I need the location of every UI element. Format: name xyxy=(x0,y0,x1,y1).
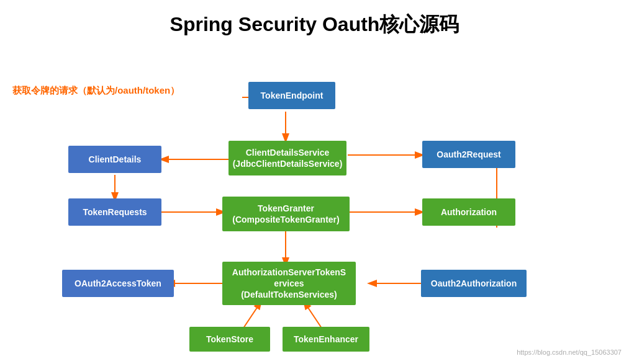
annotation-label: 获取令牌的请求（默认为/oauth/token） xyxy=(12,85,179,97)
token-requests-node: TokenRequests xyxy=(68,198,161,226)
token-enhancer-node: TokenEnhancer xyxy=(283,327,369,352)
svg-line-11 xyxy=(242,302,261,330)
client-details-node: ClientDetails xyxy=(68,146,161,173)
client-details-service-node: ClientDetailsService (JdbcClientDetailsS… xyxy=(229,141,346,175)
token-granter-node: TokenGranter (CompositeTokenGranter) xyxy=(222,197,350,231)
oauth2-authorization-node: Oauth2Authorization xyxy=(421,270,527,297)
watermark: https://blog.csdn.net/qq_15063307 xyxy=(517,348,622,356)
page-title: Spring Security Oauth核心源码 xyxy=(0,0,629,45)
token-store-node: TokenStore xyxy=(189,327,270,352)
authorization-node: Authorization xyxy=(422,198,515,226)
token-endpoint-node: TokenEndpoint xyxy=(248,82,335,109)
svg-line-12 xyxy=(304,302,323,330)
oauth2-access-token-node: OAuth2AccessToken xyxy=(62,270,174,297)
authorization-server-token-services-node: AuthorizationServerTokenS ervices (Defau… xyxy=(222,262,356,305)
oauth2-request-node: Oauth2Request xyxy=(422,141,515,168)
